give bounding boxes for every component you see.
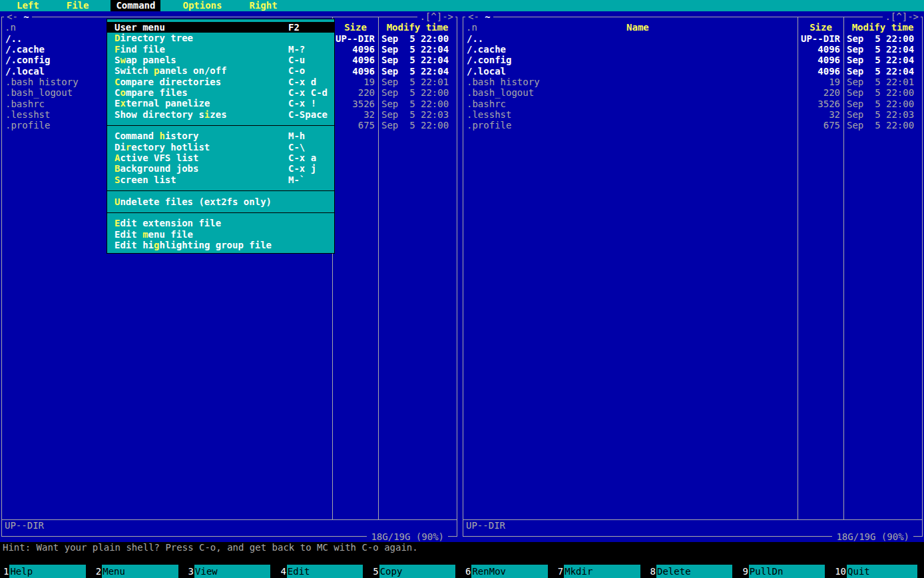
panel-path-label[interactable]: <- ~ xyxy=(465,11,493,22)
fkey-quit[interactable]: 10Quit xyxy=(831,565,924,578)
menu-item-hotkey-letter: U xyxy=(115,196,120,207)
file-size: 4096 xyxy=(798,55,843,65)
file-name: .bash_logout xyxy=(463,87,798,98)
menu-item-switch-panels-on-off[interactable]: Switch panels on/offC-o xyxy=(107,65,334,76)
column-header-name[interactable]: Name xyxy=(477,22,798,33)
menu-item-compare-files[interactable]: Compare filesC-x C-d xyxy=(107,87,334,98)
menu-item-shortcut: C-x d xyxy=(288,77,316,87)
fkey-label: Copy xyxy=(379,565,455,578)
sort-indicator: .n xyxy=(2,22,16,33)
file-size: 4096 xyxy=(798,66,843,77)
menu-item-find-file[interactable]: Find fileM-? xyxy=(107,44,334,55)
menu-item-compare-directories[interactable]: Compare directoriesC-x d xyxy=(107,77,334,87)
menu-item-undelete-files-ext2fs-only[interactable]: Undelete files (ext2fs only) xyxy=(107,196,334,207)
menu-item-show-directory-sizes[interactable]: Show directory sizesC-Space xyxy=(107,109,334,120)
panel-path: ~ xyxy=(23,11,29,22)
menu-item-shortcut: M-` xyxy=(288,174,305,185)
menu-item-user-menu[interactable]: User menuF2 xyxy=(107,22,334,33)
menu-item-hotkey-letter: p xyxy=(154,65,159,76)
column-header-mtime[interactable]: Modify time xyxy=(843,22,922,33)
column-header-size[interactable]: Size xyxy=(333,22,378,33)
file-row[interactable]: .bashrc3526Sep 5 22:00 xyxy=(463,99,922,109)
history-back-icon[interactable]: <- xyxy=(7,11,18,22)
column-headers: .n Name Size Modify time xyxy=(463,22,922,33)
file-row[interactable]: /.config4096Sep 5 22:04 xyxy=(463,55,922,65)
menu-item-external-panelize[interactable]: External panelizeC-x ! xyxy=(107,98,334,109)
fkey-menu[interactable]: 2Menu xyxy=(93,565,185,578)
file-mtime: Sep 5 22:00 xyxy=(843,87,922,98)
menu-item-edit-menu-file[interactable]: Edit menu file xyxy=(107,229,334,240)
menubar-item-options[interactable]: Options xyxy=(177,0,227,11)
fkey-number: 5 xyxy=(369,565,379,578)
file-row[interactable]: .bash_history19Sep 5 22:01 xyxy=(463,77,922,87)
fkey-number: 2 xyxy=(93,565,102,578)
menu-item-swap-panels[interactable]: Swap panelsC-u xyxy=(107,55,334,65)
file-row[interactable]: .lesshst32Sep 5 22:03 xyxy=(463,109,922,120)
command-dropdown-menu: User menuF2Directory treeFind fileM-?Swa… xyxy=(107,19,335,254)
menu-item-label: Screen list xyxy=(115,174,176,185)
column-header-mtime[interactable]: Modify time xyxy=(378,22,457,33)
menu-item-screen-list[interactable]: Screen listM-` xyxy=(107,174,334,185)
menu-item-active-vfs-list[interactable]: Active VFS listC-x a xyxy=(107,152,334,163)
fkey-label: Mkdir xyxy=(564,565,640,578)
file-mtime: Sep 5 22:04 xyxy=(378,55,457,65)
menu-item-shortcut: C-o xyxy=(288,65,305,76)
panel-updir-icon[interactable]: .[^]-> xyxy=(417,11,455,22)
file-row[interactable]: /..UP--DIRSep 5 22:00 xyxy=(463,33,922,44)
menu-item-directory-hotlist[interactable]: Directory hotlistC-\ xyxy=(107,142,334,152)
menu-item-background-jobs[interactable]: Background jobsC-x j xyxy=(107,163,334,174)
fkey-mkdir[interactable]: 7Mkdir xyxy=(555,565,647,578)
menubar-item-right[interactable]: Right xyxy=(244,0,282,11)
file-row[interactable]: /.cache4096Sep 5 22:04 xyxy=(463,44,922,55)
menu-item-shortcut: M-h xyxy=(288,131,305,141)
menu-item-hotkey-letter: g xyxy=(154,240,159,250)
menubar-item-command[interactable]: Command xyxy=(111,0,160,11)
file-size: 4096 xyxy=(333,66,378,77)
fkey-label: Delete xyxy=(656,565,732,578)
fkey-pulldn[interactable]: 9PullDn xyxy=(739,565,831,578)
fkey-delete[interactable]: 8Delete xyxy=(647,565,740,578)
fkey-copy[interactable]: 5Copy xyxy=(369,565,462,578)
command-line[interactable]: midnight@commander:~$ xyxy=(0,553,924,565)
history-back-icon[interactable]: <- xyxy=(468,11,479,22)
menu-item-edit-extension-file[interactable]: Edit extension file xyxy=(107,218,334,228)
file-size: 32 xyxy=(333,109,378,120)
fkey-number: 7 xyxy=(555,565,564,578)
fkey-view[interactable]: 3View xyxy=(185,565,278,578)
menu-item-hotkey-letter: i xyxy=(204,109,210,120)
panel-path: ~ xyxy=(485,11,490,22)
menu-item-directory-tree[interactable]: Directory tree xyxy=(107,33,334,43)
fkey-label: Edit xyxy=(287,565,363,578)
free-space-indicator: 18G/19G (90%) xyxy=(832,531,913,542)
menubar: Left File Command Options Right xyxy=(0,0,924,11)
file-name: /.config xyxy=(463,55,798,65)
fkey-help[interactable]: 1Help xyxy=(0,565,93,578)
menu-item-command-history[interactable]: Command historyM-h xyxy=(107,131,334,141)
menu-item-label: Edit extension file xyxy=(115,218,221,228)
panel-updir-icon[interactable]: .[^]-> xyxy=(883,11,921,22)
file-mtime: Sep 5 22:04 xyxy=(378,66,457,77)
panel-border-right xyxy=(457,17,457,537)
menu-item-edit-highlighting-group-file[interactable]: Edit highlighting group file xyxy=(107,240,334,250)
file-list: /..UP--DIRSep 5 22:00/.cache4096Sep 5 22… xyxy=(463,33,922,131)
fkey-renmov[interactable]: 6RenMov xyxy=(462,565,555,578)
menu-item-hotkey-letter: o xyxy=(120,87,125,98)
file-size: 4096 xyxy=(333,44,378,55)
file-name: .lesshst xyxy=(463,109,798,120)
file-row[interactable]: .bash_logout220Sep 5 22:00 xyxy=(463,87,922,98)
file-row[interactable]: /.local4096Sep 5 22:04 xyxy=(463,66,922,77)
fkey-edit[interactable]: 4Edit xyxy=(277,565,369,578)
file-size: 19 xyxy=(798,77,843,87)
file-row[interactable]: .profile675Sep 5 22:00 xyxy=(463,120,922,131)
column-header-size[interactable]: Size xyxy=(798,22,843,33)
panel-path-label[interactable]: <- ~ xyxy=(4,11,32,22)
menubar-item-left[interactable]: Left xyxy=(11,0,45,11)
panel-border-right xyxy=(922,17,923,537)
menu-item-label: Command history xyxy=(115,131,198,141)
menu-item-hotkey-letter: C xyxy=(115,77,120,87)
menubar-item-file[interactable]: File xyxy=(61,0,95,11)
ministatus: UP--DIR xyxy=(5,520,44,531)
menu-item-hotkey-letter: F xyxy=(115,44,120,55)
fkey-number: 3 xyxy=(185,565,194,578)
file-mtime: Sep 5 22:00 xyxy=(378,87,457,98)
